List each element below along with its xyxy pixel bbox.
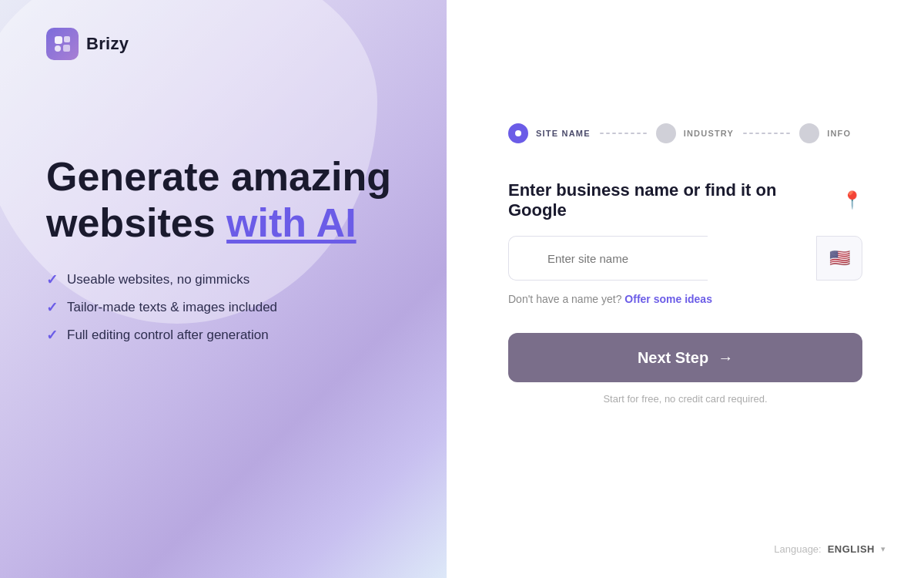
step-label-info: INFO [827, 129, 851, 138]
check-icon-1: ✓ [46, 271, 58, 288]
hint-text: Don't have a name yet? Offer some ideas [508, 293, 862, 305]
site-name-input[interactable] [508, 236, 708, 281]
stepper: SITE NAME INDUSTRY INF [508, 123, 851, 143]
hero-accent: with AI [226, 200, 357, 245]
language-label: Language: [774, 543, 821, 555]
svg-rect-0 [55, 36, 62, 44]
form-title: Enter business name or find it on Google… [508, 180, 862, 220]
form-section: Enter business name or find it on Google… [508, 180, 862, 405]
map-pin-icon: 📍 [842, 190, 862, 210]
feature-item-2: ✓ Tailor-made texts & images included [46, 299, 391, 316]
svg-point-2 [55, 45, 61, 52]
hero-content: Generate amazing websites with AI ✓ Usea… [46, 154, 391, 344]
us-flag-icon: 🇺🇸 [829, 248, 850, 268]
step-circle-industry [656, 123, 676, 143]
step-dots-1 [600, 133, 647, 134]
left-panel: Brizy Generate amazing websites with AI … [0, 0, 447, 578]
feature-item-1: ✓ Useable websites, no gimmicks [46, 271, 391, 288]
offer-link[interactable]: Offer some ideas [624, 293, 712, 305]
check-icon-2: ✓ [46, 299, 58, 316]
logo-area: Brizy [46, 28, 129, 60]
flag-button[interactable]: 🇺🇸 [816, 236, 862, 281]
step-label-site-name: SITE NAME [536, 129, 591, 138]
feature-item-3: ✓ Full editing control after generation [46, 327, 391, 344]
logo-icon [46, 28, 79, 60]
step-circle-site-name [508, 123, 528, 143]
step-circle-info [799, 123, 819, 143]
input-row: 🇺🇸 [508, 236, 862, 281]
features-list: ✓ Useable websites, no gimmicks ✓ Tailor… [46, 271, 391, 344]
step-label-industry: INDUSTRY [684, 129, 734, 138]
chevron-down-icon[interactable]: ▾ [881, 544, 886, 554]
next-step-label: Next Step [638, 349, 708, 367]
step-dots-2 [743, 133, 790, 134]
input-wrapper [508, 236, 816, 281]
svg-rect-3 [63, 45, 70, 52]
svg-rect-1 [64, 36, 70, 42]
logo-text: Brizy [86, 34, 129, 54]
hero-title: Generate amazing websites with AI [46, 154, 391, 247]
step-industry: INDUSTRY [656, 123, 734, 143]
next-step-button[interactable]: Next Step → [508, 333, 862, 382]
arrow-right-icon: → [718, 349, 733, 367]
step-site-name: SITE NAME [508, 123, 591, 143]
check-icon-3: ✓ [46, 327, 58, 344]
step-info: INFO [799, 123, 851, 143]
language-bar: Language: ENGLISH ▾ [774, 543, 886, 555]
right-panel: SITE NAME INDUSTRY INF [447, 0, 924, 578]
free-text: Start for free, no credit card required. [508, 393, 862, 405]
language-value: ENGLISH [828, 543, 875, 555]
